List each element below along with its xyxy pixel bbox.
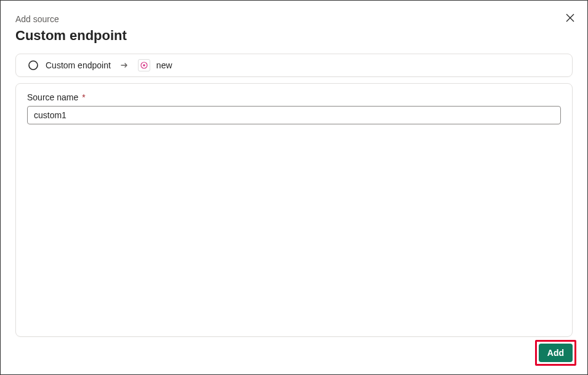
header-subtitle: Add source [15,14,573,24]
dialog-footer: Add [535,340,576,366]
source-name-label: Source name * [27,92,561,102]
close-button[interactable] [564,12,576,24]
breadcrumb-step-label: new [156,60,172,70]
arrow-right-icon [119,60,129,70]
form-panel: Source name * [15,83,573,337]
breadcrumb: Custom endpoint new [15,54,573,77]
breadcrumb-step-label: Custom endpoint [46,60,111,70]
required-indicator: * [82,92,85,102]
source-name-input[interactable] [27,106,561,124]
dialog-header: Add source Custom endpoint [1,1,587,49]
add-button-highlight: Add [535,340,576,366]
breadcrumb-step-custom-endpoint[interactable]: Custom endpoint [27,59,111,71]
add-button[interactable]: Add [539,344,573,362]
circle-icon [27,59,39,71]
close-icon [565,13,575,23]
source-name-label-text: Source name [27,92,78,102]
page-title: Custom endpoint [15,28,573,44]
svg-point-2 [143,64,145,67]
endpoint-icon [138,59,150,71]
svg-point-0 [29,61,38,70]
breadcrumb-step-new[interactable]: new [138,59,172,71]
